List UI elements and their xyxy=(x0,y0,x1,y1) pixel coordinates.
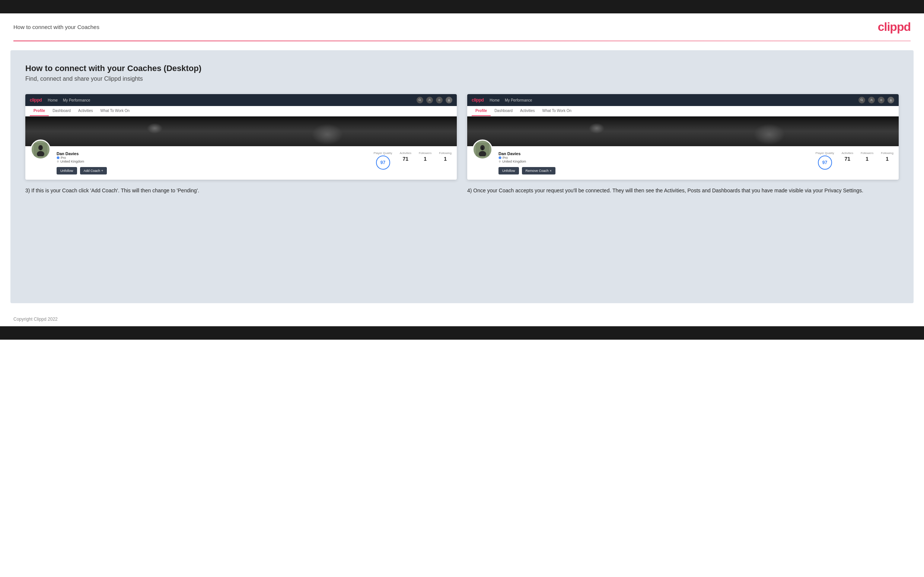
left-activities-label: Activities xyxy=(399,152,411,155)
right-stat-activities: Activities 71 xyxy=(842,152,853,170)
right-column: clippd Home My Performance xyxy=(467,94,899,195)
left-unfollow-button[interactable]: Unfollow xyxy=(57,167,77,174)
main-content: How to connect with your Coaches (Deskto… xyxy=(10,50,914,303)
svg-point-6 xyxy=(261,121,369,146)
svg-point-10 xyxy=(121,136,132,146)
right-user-role: ✓ Pro xyxy=(499,156,810,160)
svg-point-28 xyxy=(797,116,851,135)
right-tab-activities[interactable]: Activities xyxy=(516,106,538,116)
left-stat-quality: Player Quality 97 xyxy=(374,152,393,170)
right-search-icon[interactable] xyxy=(858,97,865,103)
svg-point-29 xyxy=(743,116,773,133)
svg-line-1 xyxy=(420,100,421,101)
section-title: How to connect with your Coaches (Deskto… xyxy=(25,64,899,73)
right-activities-value: 71 xyxy=(844,156,850,162)
svg-text:✓: ✓ xyxy=(499,156,501,159)
right-tab-what-to-work-on[interactable]: What To Work On xyxy=(539,106,575,116)
svg-point-31 xyxy=(675,116,691,132)
left-stat-followers: Followers 1 xyxy=(419,152,431,170)
left-user-location: United Kingdom xyxy=(57,160,368,163)
svg-point-3 xyxy=(439,99,439,100)
left-mock-stats: Player Quality 97 Activities 71 Follower… xyxy=(374,150,452,170)
header-divider xyxy=(13,40,911,41)
right-avatar-icon[interactable] xyxy=(887,97,894,103)
left-user-role: ✓ Pro xyxy=(57,156,368,160)
left-tab-dashboard[interactable]: Dashboard xyxy=(49,106,74,116)
svg-point-2 xyxy=(429,99,430,100)
left-search-icon[interactable] xyxy=(417,97,423,103)
right-tab-profile[interactable]: Profile xyxy=(472,106,491,116)
copyright-text: Copyright Clippd 2022 xyxy=(13,317,58,322)
right-following-label: Following xyxy=(881,152,893,155)
right-stat-followers: Followers 1 xyxy=(861,152,873,170)
svg-point-20 xyxy=(861,99,863,101)
right-mock-stats: Player Quality 97 Activities 71 Follower… xyxy=(816,150,893,170)
plus-icon: + xyxy=(101,169,103,172)
bottom-bar xyxy=(0,326,924,340)
left-tab-what-to-work-on[interactable]: What To Work On xyxy=(97,106,134,116)
svg-point-38 xyxy=(499,160,501,162)
right-tab-dashboard[interactable]: Dashboard xyxy=(491,106,516,116)
right-activities-label: Activities xyxy=(842,152,853,155)
svg-rect-5 xyxy=(25,116,457,146)
right-user-info: Dan Davies ✓ Pro United Kingdom Unfollow xyxy=(499,150,810,174)
left-settings-icon[interactable] xyxy=(436,97,443,103)
svg-point-19 xyxy=(57,160,59,162)
right-following-value: 1 xyxy=(886,156,888,162)
right-stat-quality: Player Quality 97 xyxy=(816,152,834,170)
left-tab-profile[interactable]: Profile xyxy=(30,106,49,116)
left-mock-tabs: Profile Dashboard Activities What To Wor… xyxy=(25,106,457,116)
left-activities-value: 71 xyxy=(402,156,409,162)
left-column: clippd Home My Performance xyxy=(25,94,457,195)
right-nav-my-performance: My Performance xyxy=(505,98,532,102)
page-title: How to connect with your Coaches xyxy=(13,24,99,30)
right-unfollow-button[interactable]: Unfollow xyxy=(499,167,519,174)
left-description: 3) If this is your Coach click 'Add Coac… xyxy=(25,186,457,195)
svg-text:✓: ✓ xyxy=(57,156,59,159)
left-following-label: Following xyxy=(439,152,452,155)
svg-point-24 xyxy=(890,99,891,100)
right-stat-following: Following 1 xyxy=(881,152,893,170)
left-mock-navbar: clippd Home My Performance xyxy=(25,94,457,106)
two-column-layout: clippd Home My Performance xyxy=(25,94,899,195)
footer: Copyright Clippd 2022 xyxy=(0,312,924,326)
left-quality-circle: 97 xyxy=(376,155,390,170)
left-followers-value: 1 xyxy=(424,156,426,162)
left-mock-browser: clippd Home My Performance xyxy=(25,94,457,180)
right-user-icon[interactable] xyxy=(868,97,875,103)
left-stat-activities: Activities 71 xyxy=(399,152,411,170)
right-description: 4) Once your Coach accepts your request … xyxy=(467,186,899,195)
left-user-icon[interactable] xyxy=(426,97,433,103)
svg-line-21 xyxy=(862,100,863,101)
right-followers-value: 1 xyxy=(866,156,869,162)
left-nav-links: Home My Performance xyxy=(48,98,410,102)
left-nav-icons xyxy=(417,97,452,103)
left-tab-activities[interactable]: Activities xyxy=(74,106,97,116)
svg-point-23 xyxy=(880,99,882,100)
left-nav-home: Home xyxy=(48,98,58,102)
left-nav-logo: clippd xyxy=(30,97,42,103)
left-action-buttons: Unfollow Add Coach + xyxy=(57,167,368,174)
right-user-name: Dan Davies xyxy=(499,152,810,156)
svg-point-22 xyxy=(871,99,872,100)
right-avatar xyxy=(472,140,493,160)
right-mock-navbar: clippd Home My Performance xyxy=(467,94,899,106)
right-quality-label: Player Quality xyxy=(816,152,834,155)
right-nav-home: Home xyxy=(489,98,499,102)
left-add-coach-button[interactable]: Add Coach + xyxy=(80,167,107,174)
left-followers-label: Followers xyxy=(419,152,431,155)
left-stat-following: Following 1 xyxy=(439,152,452,170)
logo: clippd xyxy=(878,20,911,34)
right-profile-info: Dan Davies ✓ Pro United Kingdom Unfollow xyxy=(467,146,899,180)
left-avatar-icon[interactable] xyxy=(446,97,452,103)
left-avatar xyxy=(31,140,51,160)
svg-point-8 xyxy=(355,116,410,135)
right-settings-icon[interactable] xyxy=(878,97,885,103)
right-remove-coach-button[interactable]: Remove Coach × xyxy=(522,167,556,174)
section-subtitle: Find, connect and share your Clippd insi… xyxy=(25,76,899,82)
right-nav-logo: clippd xyxy=(472,97,484,103)
svg-point-11 xyxy=(233,116,249,132)
right-quality-circle: 97 xyxy=(818,155,832,170)
left-banner-image xyxy=(25,116,457,146)
svg-point-0 xyxy=(419,99,421,101)
